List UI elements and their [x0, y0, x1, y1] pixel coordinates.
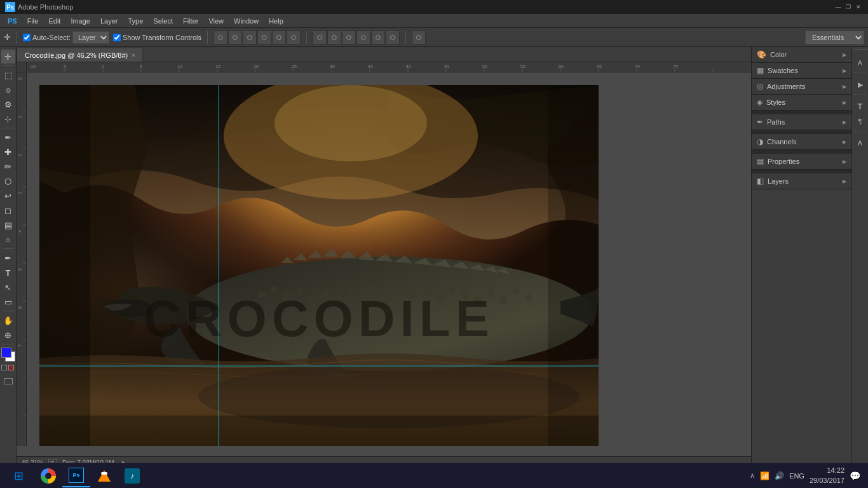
- dist-center-h-btn[interactable]: ⬡: [327, 30, 341, 44]
- arrange-btn[interactable]: ⬡: [412, 30, 426, 44]
- language-indicator: ENG: [789, 472, 804, 480]
- panel-icon-a-upper[interactable]: A: [853, 56, 867, 70]
- opt-divider-2: [207, 31, 208, 44]
- dist-right-btn[interactable]: ⬡: [342, 30, 356, 44]
- menu-view[interactable]: View: [203, 16, 229, 26]
- menu-file[interactable]: File: [22, 16, 44, 26]
- dist-center-v-btn[interactable]: ⬡: [371, 30, 385, 44]
- menu-ps[interactable]: PS: [3, 16, 22, 26]
- close-button[interactable]: ✕: [854, 3, 863, 11]
- dodge-tool-btn[interactable]: ○: [1, 233, 15, 247]
- show-transform-checkbox[interactable]: [113, 34, 121, 41]
- panel-header-styles[interactable]: ◈ Styles ▶: [752, 95, 851, 110]
- network-icon[interactable]: 📶: [760, 471, 770, 480]
- standard-mode-btn[interactable]: [1, 365, 7, 370]
- pen-tool-btn[interactable]: ✒: [1, 251, 15, 265]
- healing-tool-btn[interactable]: ✚: [1, 145, 15, 159]
- right-panel: 🎨 Color ▶ ▦ Swatches ▶ ◎ Adjustments ▶: [751, 47, 851, 469]
- dist-top-btn[interactable]: ⬡: [356, 30, 370, 44]
- eraser-tool-btn[interactable]: ◻: [1, 203, 15, 217]
- menu-image[interactable]: Image: [65, 16, 95, 26]
- panel-icon-paragraph[interactable]: ¶: [853, 114, 867, 128]
- align-center-v-btn[interactable]: ⬡: [272, 30, 286, 44]
- hand-tool-btn[interactable]: ✋: [1, 313, 15, 327]
- panel-header-paths[interactable]: ✒ Paths ▶: [752, 114, 851, 130]
- volume-icon[interactable]: 🔊: [775, 471, 784, 480]
- auto-select-checkbox[interactable]: [23, 34, 31, 41]
- workspace-dropdown[interactable]: Essentials: [805, 30, 864, 44]
- gradient-tool-btn[interactable]: ▤: [1, 218, 15, 232]
- document-tab[interactable]: Crocodile.jpg @ 46.2% (RGB/8#) ×: [17, 48, 143, 62]
- menu-filter[interactable]: Filter: [178, 16, 203, 26]
- auto-select-dropdown[interactable]: Layer: [72, 31, 109, 44]
- panel-header-swatches[interactable]: ▦ Swatches ▶: [752, 63, 851, 78]
- move-tool-indicator[interactable]: ✛: [4, 32, 11, 42]
- canvas-scroll[interactable]: CROCODILE: [27, 72, 751, 446]
- align-bottom-btn[interactable]: ⬡: [287, 30, 301, 44]
- properties-panel-label: Properties: [768, 158, 839, 165]
- svg-text:0: 0: [18, 78, 22, 80]
- tab-close-button[interactable]: ×: [132, 52, 135, 58]
- color-panel-label: Color: [770, 51, 839, 58]
- align-left-btn[interactable]: ⬡: [214, 30, 227, 44]
- start-button[interactable]: ⊞: [3, 464, 34, 487]
- panel-group-paths: ✒ Paths ▶: [752, 114, 851, 130]
- dist-bottom-btn[interactable]: ⬡: [386, 30, 400, 44]
- svg-rect-38: [17, 72, 27, 446]
- layers-icon: ◧: [757, 177, 764, 186]
- menu-layer[interactable]: Layer: [95, 16, 123, 26]
- align-center-h-btn[interactable]: ⬡: [228, 30, 242, 44]
- align-top-btn[interactable]: ⬡: [257, 30, 271, 44]
- minimize-button[interactable]: —: [834, 3, 843, 11]
- menu-window[interactable]: Window: [229, 16, 264, 26]
- shape-tool-btn[interactable]: ▭: [1, 295, 15, 309]
- panel-icon-a-lower[interactable]: A: [853, 136, 867, 150]
- panel-icon-play[interactable]: ▶: [853, 78, 867, 92]
- tool-divider-1: [3, 65, 14, 66]
- lasso-tool-btn[interactable]: ⌾: [1, 83, 15, 97]
- panel-header-color[interactable]: 🎨 Color ▶: [752, 47, 851, 62]
- panel-icon-t[interactable]: T: [853, 99, 867, 113]
- quickselect-tool-btn[interactable]: ⚙: [1, 97, 15, 111]
- path-select-btn[interactable]: ↖: [1, 280, 15, 294]
- menu-help[interactable]: Help: [264, 16, 288, 26]
- taskbar-photoshop[interactable]: Ps: [62, 464, 90, 487]
- panel-header-channels[interactable]: ◑ Channels ▶: [752, 134, 851, 149]
- svg-text:5: 5: [18, 268, 22, 271]
- align-right-btn[interactable]: ⬡: [243, 30, 257, 44]
- panel-header-layers[interactable]: ◧ Layers ▶: [752, 173, 851, 189]
- menu-edit[interactable]: Edit: [43, 16, 65, 26]
- taskbar-vlc[interactable]: [90, 464, 118, 487]
- panel-header-adjustments[interactable]: ◎ Adjustments ▶: [752, 79, 851, 94]
- crop-tool-btn[interactable]: ⊹: [1, 112, 15, 126]
- taskbar-media[interactable]: ♪: [118, 464, 146, 487]
- dist-left-btn[interactable]: ⬡: [313, 30, 327, 44]
- eyedropper-tool-btn[interactable]: ✒: [1, 130, 15, 144]
- svg-text:75: 75: [673, 64, 678, 69]
- horizontal-ruler: -10 -5 0 5 10 15 20 25 30 35 40 45 50 55: [27, 62, 751, 72]
- screen-mode-btn[interactable]: [2, 377, 15, 386]
- stamp-tool-btn[interactable]: ⬡: [1, 174, 15, 188]
- properties-panel-arrow: ▶: [843, 159, 846, 165]
- panel-header-properties[interactable]: ▤ Properties ▶: [752, 154, 851, 169]
- zoom-tool-btn[interactable]: ⊕: [1, 328, 15, 342]
- app-title: Adobe Photoshop: [18, 3, 73, 11]
- type-tool-btn[interactable]: T: [1, 266, 15, 280]
- menu-select[interactable]: Select: [148, 16, 178, 26]
- marquee-tool-btn[interactable]: ⬚: [1, 68, 15, 82]
- color-swatches[interactable]: [1, 348, 15, 362]
- maximize-button[interactable]: ❐: [844, 3, 853, 11]
- panel-icon-divider-2: [855, 94, 866, 97]
- taskbar-chrome[interactable]: [34, 464, 62, 487]
- brush-tool-btn[interactable]: ✏: [1, 159, 15, 173]
- menu-type[interactable]: Type: [123, 16, 149, 26]
- foreground-color-swatch[interactable]: [1, 348, 11, 358]
- quickmask-mode-btn[interactable]: [8, 365, 14, 370]
- history-brush-btn[interactable]: ↩: [1, 189, 15, 203]
- layers-panel-label: Layers: [768, 177, 839, 185]
- styles-panel-arrow: ▶: [843, 100, 846, 105]
- svg-text:40: 40: [406, 64, 411, 69]
- tray-expand-icon[interactable]: ∧: [750, 471, 755, 480]
- move-tool-btn[interactable]: ✛: [1, 50, 15, 64]
- notification-icon[interactable]: 💬: [850, 471, 860, 481]
